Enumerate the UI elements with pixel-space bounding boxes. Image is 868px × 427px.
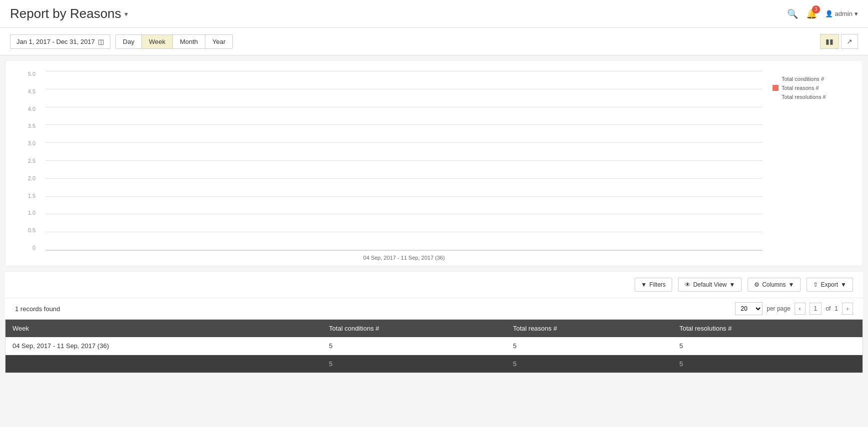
table-header: Week Total conditions # Total reasons # …	[5, 320, 863, 337]
footer-reasons: 5	[506, 355, 672, 373]
user-dropdown-arrow: ▾	[855, 10, 858, 17]
footer-resolutions: 5	[672, 355, 863, 373]
y-label-1.5: 1.5	[28, 193, 35, 199]
chart-inner: 0 0.5 1.0 1.5 2.0 2.5 3.0 3.5 4.0 4.5 5.…	[15, 71, 853, 261]
cell-reasons: 5	[506, 337, 672, 355]
y-label-3.0: 3.0	[28, 140, 35, 146]
grid-line	[45, 71, 763, 71]
notification-button[interactable]: 🔔 3	[806, 8, 817, 19]
date-range-button[interactable]: Jan 1, 2017 - Dec 31, 2017 ◫	[10, 34, 110, 49]
table-header-row: Week Total conditions # Total reasons # …	[5, 320, 863, 337]
grid-line	[45, 89, 763, 89]
export-button[interactable]: ⇧ Export ▼	[807, 278, 853, 292]
legend-label-resolutions: Total resolutions #	[782, 94, 826, 100]
col-reasons: Total reasons #	[506, 320, 672, 337]
y-label-0: 0	[32, 245, 35, 251]
chart-container: 0 0.5 1.0 1.5 2.0 2.5 3.0 3.5 4.0 4.5 5.…	[5, 60, 863, 266]
chart-grid-lines	[45, 71, 763, 250]
pagination-row: 1 records found 20 50 100 per page ‹ 1 o…	[5, 298, 863, 319]
filter-icon: ▼	[641, 281, 647, 288]
data-table-wrapper: Week Total conditions # Total reasons # …	[5, 319, 863, 373]
period-day-button[interactable]: Day	[116, 35, 142, 48]
data-table: Week Total conditions # Total reasons # …	[5, 320, 863, 373]
user-icon: 👤	[825, 10, 833, 17]
grid-line	[45, 250, 763, 250]
per-page-select[interactable]: 20 50 100	[735, 302, 763, 315]
chart-y-axis: 0 0.5 1.0 1.5 2.0 2.5 3.0 3.5 4.0 4.5 5.…	[15, 71, 35, 261]
user-name: admin	[835, 10, 853, 17]
title-dropdown-arrow[interactable]: ▾	[124, 10, 128, 18]
y-label-4.0: 4.0	[28, 106, 35, 112]
toolbar-left: Jan 1, 2017 - Dec 31, 2017 ◫ Day Week Mo…	[10, 34, 233, 49]
grid-line	[45, 178, 763, 179]
per-page-label: per page	[767, 305, 790, 312]
header-actions: 🔍 🔔 3 👤 admin ▾	[787, 8, 858, 19]
export-label: Export	[821, 281, 838, 288]
next-page-button[interactable]: ›	[842, 303, 853, 315]
total-pages: 1	[835, 305, 838, 312]
legend-color-conditions	[773, 76, 779, 82]
view-icon: 👁	[685, 281, 691, 288]
chart-type-buttons: ▮▮ ↗	[820, 34, 858, 49]
legend-item-conditions: Total conditions #	[773, 76, 853, 82]
grid-line	[45, 107, 763, 107]
bar-chart-button[interactable]: ▮▮	[820, 34, 839, 49]
period-month-button[interactable]: Month	[173, 35, 205, 48]
chart-bars-area	[45, 71, 763, 251]
chart-x-label: 04 Sep, 2017 - 11 Sep, 2017 (36)	[45, 255, 763, 261]
prev-page-button[interactable]: ‹	[795, 303, 806, 315]
toolbar: Jan 1, 2017 - Dec 31, 2017 ◫ Day Week Mo…	[0, 28, 868, 55]
legend-item-resolutions: Total resolutions #	[773, 94, 853, 100]
columns-button[interactable]: ⚙ Columns ▼	[748, 278, 801, 292]
search-button[interactable]: 🔍	[787, 8, 798, 19]
cell-resolutions: 5	[672, 337, 863, 355]
export-icon: ⇧	[813, 281, 818, 288]
legend-item-reasons: Total reasons #	[773, 85, 853, 91]
grid-line	[45, 142, 763, 143]
page-title: Report by Reasons ▾	[10, 6, 128, 21]
cell-conditions: 5	[322, 337, 506, 355]
y-label-5.0: 5.0	[28, 71, 35, 77]
col-conditions: Total conditions #	[322, 320, 506, 337]
footer-conditions: 5	[322, 355, 506, 373]
y-label-3.5: 3.5	[28, 123, 35, 129]
columns-label: Columns	[762, 281, 786, 288]
legend-label-conditions: Total conditions #	[782, 76, 824, 82]
gear-icon: ⚙	[754, 281, 760, 288]
period-year-button[interactable]: Year	[205, 35, 232, 48]
page-of-label: of	[826, 305, 831, 312]
pagination-controls: 20 50 100 per page ‹ 1 of 1 ›	[735, 302, 853, 315]
records-count: 1 records found	[15, 305, 60, 313]
grid-line	[45, 232, 763, 232]
filters-button[interactable]: ▼ Filters	[635, 278, 673, 292]
grid-line	[45, 124, 763, 125]
period-week-button[interactable]: Week	[142, 35, 173, 48]
filters-label: Filters	[649, 281, 666, 288]
header: Report by Reasons ▾ 🔍 🔔 3 👤 admin ▾	[0, 0, 868, 28]
line-chart-button[interactable]: ↗	[841, 34, 858, 49]
view-dropdown-arrow: ▼	[729, 281, 735, 288]
table-body: 04 Sep, 2017 - 11 Sep, 2017 (36) 5 5 5 5…	[5, 337, 863, 373]
y-label-4.5: 4.5	[28, 88, 35, 94]
grid-line	[45, 160, 763, 161]
export-dropdown-arrow: ▼	[841, 281, 847, 288]
default-view-button[interactable]: 👁 Default View ▼	[678, 278, 742, 292]
user-menu-button[interactable]: 👤 admin ▾	[825, 10, 858, 17]
legend-color-resolutions	[773, 94, 779, 100]
table-row: 04 Sep, 2017 - 11 Sep, 2017 (36) 5 5 5	[5, 337, 863, 355]
below-chart-controls: ▼ Filters 👁 Default View ▼ ⚙ Columns ▼ ⇧…	[5, 271, 863, 298]
current-page: 1	[810, 303, 822, 315]
table-footer-row: 5 5 5	[5, 355, 863, 373]
grid-line	[45, 196, 763, 197]
columns-dropdown-arrow: ▼	[789, 281, 795, 288]
legend-color-reasons	[773, 85, 779, 91]
footer-week	[5, 355, 322, 373]
y-label-2.5: 2.5	[28, 158, 35, 164]
period-selector: Day Week Month Year	[115, 34, 233, 49]
col-resolutions: Total resolutions #	[672, 320, 863, 337]
notification-badge: 3	[812, 5, 820, 13]
legend-label-reasons: Total reasons #	[782, 85, 819, 91]
bar-chart-icon: ▮▮	[826, 37, 834, 45]
y-label-1.0: 1.0	[28, 210, 35, 216]
chart-main: 04 Sep, 2017 - 11 Sep, 2017 (36)	[45, 71, 763, 261]
